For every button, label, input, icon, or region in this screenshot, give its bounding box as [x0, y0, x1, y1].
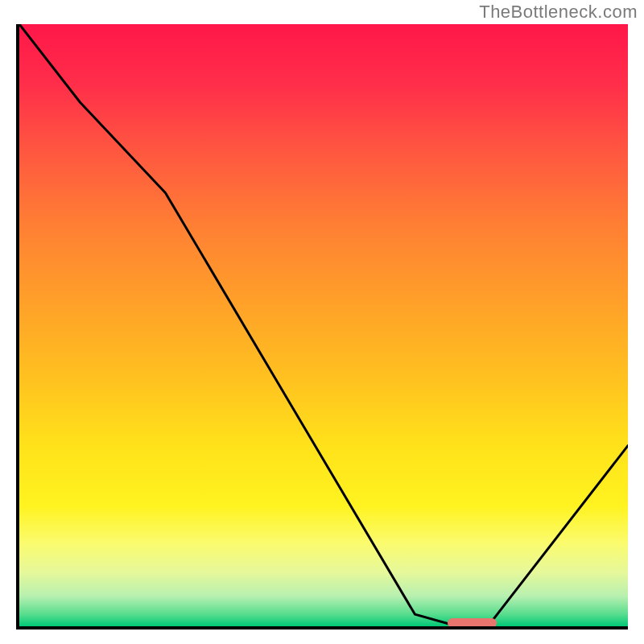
chart-plot-area [16, 24, 628, 630]
chart-line-series [19, 24, 628, 626]
optimal-range-marker [448, 618, 497, 628]
watermark-text: TheBottleneck.com [479, 2, 638, 23]
